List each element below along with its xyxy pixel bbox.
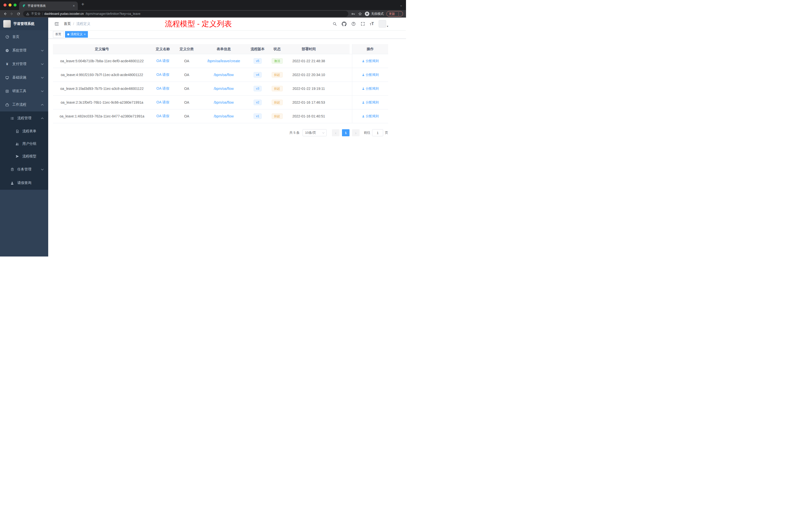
sidebar-item-user-group[interactable]: 用户分组 [0,138,48,150]
app: 芋道管理系统 首页 系统管理 ¥ [0,18,406,256]
sidebar-item-workflow[interactable]: 工作流程 [0,98,48,112]
sidebar-item-process-management[interactable]: 流程管理 [0,112,48,125]
url-path: /bpm/manager/definition?key=oa_leave [86,12,141,16]
assign-rule-link[interactable]: 分配规则 [362,59,379,63]
sidebar-item-label: 首页 [12,35,19,39]
assign-rule-link[interactable]: 分配规则 [362,72,379,77]
annotation-text: 流程模型 - 定义列表 [165,19,232,29]
version-badge: v4 [254,72,262,78]
sidebar-item-label: 流程管理 [17,116,31,120]
tag-home[interactable]: 首页 [53,31,63,38]
status-badge: 激活 [272,58,283,64]
person-icon [362,115,365,118]
form-link[interactable]: /bpm/oa/flow [214,100,233,104]
user-avatar[interactable]: ▾ [379,20,388,28]
sidebar-item-home[interactable]: 首页 [0,30,48,44]
window-zoom-button[interactable] [13,3,17,6]
tag-process-definition[interactable]: 流程定义 × [65,31,88,38]
assign-rule-link[interactable]: 分配规则 [362,86,379,91]
table-row: oa_leave:1:482ec033-762a-11ec-8477-a2380… [53,110,388,123]
definition-name-link[interactable]: OA 请假 [156,72,169,77]
fullscreen-icon[interactable] [360,22,365,26]
url-bar[interactable]: 不安全 dashboard.yudao.iocoder.cn/bpm/manag… [23,11,348,17]
version-badge: v2 [254,100,262,105]
form-link[interactable]: /bpm/oa/flow [214,87,233,91]
page-size-value: 10条/页 [305,130,316,135]
sidebar-item-label: 流程表单 [22,129,36,133]
chevron-down-icon [41,49,44,52]
sidebar-item-process-model[interactable]: 流程模型 [0,150,48,163]
cell-category: OA [175,110,199,123]
sidebar-item-devtools[interactable]: 研发工具 [0,84,48,98]
window-close-button[interactable] [3,3,6,6]
tabstrip-chevron-icon[interactable]: ⌄ [400,3,403,7]
bookmark-star-icon[interactable] [358,12,362,16]
status-badge: 挂起 [272,114,283,119]
forward-icon[interactable] [10,12,14,16]
browser-menu-kebab-icon[interactable]: ⋮ [397,11,401,16]
chevron-down-icon [41,62,44,65]
breadcrumb-home[interactable]: 首页 [64,22,71,26]
cell-filler [330,82,349,95]
back-icon[interactable] [3,12,7,16]
definition-name-link[interactable]: OA 请假 [156,86,169,91]
app-title: 芋道管理系统 [13,22,34,26]
window-minimize-button[interactable] [8,3,11,6]
toolbox-icon [5,89,9,93]
font-size-icon[interactable]: TT [370,22,374,26]
definition-name-link[interactable]: OA 请假 [156,59,169,63]
chevron-down-icon [41,90,44,92]
navbar-actions: TT ▾ [332,20,388,28]
update-button[interactable]: 更新 ⋮ [386,11,403,17]
sidebar-item-payment[interactable]: ¥ 支付管理 [0,57,48,71]
form-link[interactable]: /bpm/oa/flow [214,114,233,118]
cell-definition-id: oa_leave:4:991f2193-7b7f-11ec-a3c8-acde4… [53,68,151,82]
help-icon[interactable] [351,22,356,26]
assign-rule-link[interactable]: 分配规则 [362,114,379,118]
sidebar-item-process-form[interactable]: 流程表单 [0,125,48,138]
next-page-button[interactable]: › [352,129,359,136]
person-icon [362,73,365,76]
prev-page-button[interactable]: ‹ [332,129,340,136]
col-gutter [349,44,352,54]
assign-rule-link[interactable]: 分配规则 [362,100,379,105]
browser-tab[interactable]: 芋道管理系统 × [19,1,78,10]
security-label: 不安全 [31,12,41,16]
sidebar-item-system[interactable]: 系统管理 [0,44,48,57]
definition-name-link[interactable]: OA 请假 [156,114,169,118]
definition-name-link[interactable]: OA 请假 [156,100,169,105]
app-logo-avatar [3,20,11,28]
goto-page-input[interactable] [372,129,383,136]
hamburger-icon[interactable] [54,21,59,26]
cell-filler [330,110,349,123]
navbar: 首页 / 流程定义 流程模型 - 定义列表 [48,18,406,30]
user-group-icon [15,142,19,146]
monitor-icon [5,76,9,80]
sidebar-item-leave-query[interactable]: 请假查询 [0,176,48,190]
main: 首页 / 流程定义 流程模型 - 定义列表 [48,18,406,256]
person-icon [362,87,365,90]
sidebar-item-task-management[interactable]: 任务管理 [0,163,48,176]
password-key-icon[interactable] [351,12,355,16]
page-number-1[interactable]: 1 [342,129,349,136]
tag-close-icon[interactable]: × [84,33,86,36]
breadcrumb-separator: / [73,22,74,26]
sidebar-item-infrastructure[interactable]: 基础设施 [0,71,48,84]
tab-close-icon[interactable]: × [73,4,75,7]
cell-definition-id: oa_leave:2:3c1f0ef1-76b1-11ec-9c66-a2380… [53,96,151,109]
form-link[interactable]: /bpm/oa/flow [214,73,233,77]
tags-view: 首页 流程定义 × [48,30,406,39]
search-icon[interactable] [332,22,337,26]
reload-icon[interactable] [17,12,20,16]
url-host: dashboard.yudao.iocoder.cn [45,12,84,16]
form-link[interactable]: /bpm/oa/leave/create [207,59,240,63]
person-icon [362,101,365,104]
pagination: 共 5 条 10条/页 ‹ 1 › 前往 页 [53,129,388,136]
cell-category: OA [175,82,199,95]
new-tab-button[interactable]: + [81,2,84,7]
github-icon[interactable] [342,22,347,26]
cell-gutter [349,68,352,82]
page-size-select[interactable]: 10条/页 [302,129,327,136]
chevron-up-icon [41,104,44,107]
cell-gutter [349,110,352,123]
